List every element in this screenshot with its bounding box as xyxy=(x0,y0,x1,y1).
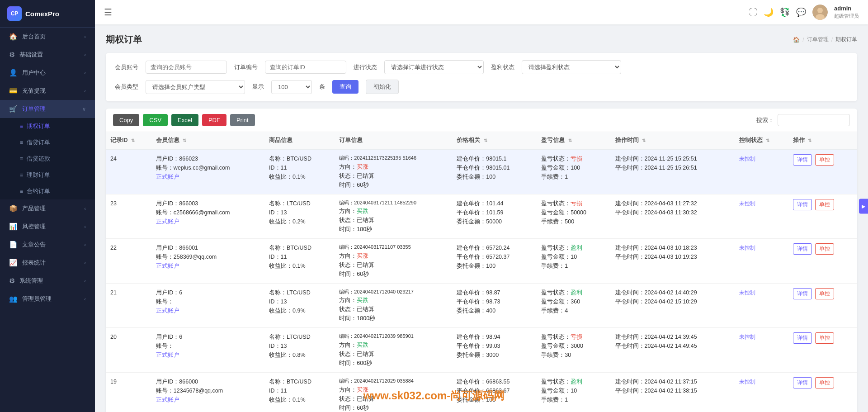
cell-pnl: 盈亏状态：盈利 盈亏金额：360 手续费：4 xyxy=(537,283,610,328)
hamburger-button[interactable]: ☰ xyxy=(104,7,112,18)
print-button[interactable]: Print xyxy=(230,114,255,126)
topbar-right: ⛶ 🌙 💱 💬 admin 超级管理员 xyxy=(749,5,859,20)
avatar[interactable] xyxy=(812,5,828,20)
admin-role: 超级管理员 xyxy=(834,13,859,19)
cell-actions: 详情 单控 xyxy=(788,283,857,328)
detail-button[interactable]: 详情 xyxy=(793,377,812,388)
query-button[interactable]: 查询 xyxy=(332,80,359,94)
table-row: 20 用户ID：6 账号： 正式账户 名称：LTC/USD ID：13 收益比：… xyxy=(106,328,857,373)
control-button[interactable]: 单控 xyxy=(815,154,834,166)
sidebar-item-report-stats[interactable]: 📈 报表统计 ‹ xyxy=(0,254,95,272)
cell-product: 名称：LTC/USD ID：13 收益比：0.9% xyxy=(264,283,335,328)
cell-actions: 详情 单控 xyxy=(788,194,857,239)
cell-price: 建仓单价：66863.55 平仓单价：66863.67 委托金额：100 xyxy=(452,372,537,412)
col-member-info: 会员信息 ⇅ xyxy=(151,132,264,149)
sidebar-item-system-management[interactable]: ⚙ 系统管理 ‹ xyxy=(0,272,95,290)
detail-button[interactable]: 详情 xyxy=(793,243,812,255)
sidebar-item-label: 产品管理 xyxy=(22,204,46,213)
report-icon: 📈 xyxy=(9,259,18,267)
page-header: 期权订单 🏠 / 订单管理 / 期权订单 xyxy=(106,33,857,46)
chevron-icon: ‹ xyxy=(84,224,86,229)
sidebar-item-label: 用户中心 xyxy=(22,69,46,77)
sidebar-item-order-management[interactable]: 🛒 订单管理 ∨ xyxy=(0,100,95,118)
cell-product: 名称：BTC/USD ID：11 收益比：0.1% xyxy=(264,372,335,412)
fullscreen-icon[interactable]: ⛶ xyxy=(749,8,757,17)
progress-status-select[interactable]: 请选择订单进行状态 进行中 已结算 xyxy=(384,60,484,74)
chevron-icon: ‹ xyxy=(84,88,86,94)
admin-icon: 👥 xyxy=(9,295,18,303)
chevron-icon: ‹ xyxy=(84,206,86,211)
reset-button[interactable]: 初始化 xyxy=(366,80,399,94)
member-type-label: 会员类型 xyxy=(115,83,138,91)
cell-control-status: 未控制 xyxy=(735,372,788,412)
display-count-select[interactable]: 100 50 200 xyxy=(271,80,312,94)
cell-time: 建仓时间：2024-04-02 14:39:45 平仓时间：2024-04-02… xyxy=(611,328,735,373)
cell-control-status: 未控制 xyxy=(735,328,788,373)
system-icon: ⚙ xyxy=(9,277,15,285)
cell-order: 编码：202404021712029 035884 方向：买涨 状态：已结算 时… xyxy=(335,372,452,412)
sidebar-item-dashboard[interactable]: 🏠 后台首页 › xyxy=(0,28,95,46)
control-button[interactable]: 单控 xyxy=(815,332,834,344)
content-area: 期权订单 🏠 / 订单管理 / 期权订单 会员账号 订单编号 进行状态 请选择订… xyxy=(95,24,868,412)
sidebar-item-basic-settings[interactable]: ⚙ 基础设置 ‹ xyxy=(0,46,95,64)
user-icon: 👤 xyxy=(9,69,18,77)
sidebar-item-article-notice[interactable]: 📄 文章公告 ‹ xyxy=(0,236,95,254)
display-label: 显示 xyxy=(252,83,264,91)
col-time: 操作时间 ⇅ xyxy=(611,132,735,149)
sidebar-logo: CP ComexPro xyxy=(0,0,95,28)
sidebar-item-loan-order[interactable]: 借贷订单 xyxy=(0,134,95,151)
excel-button[interactable]: Excel xyxy=(171,114,198,126)
sidebar-item-label: 后台首页 xyxy=(22,33,46,41)
cell-product: 名称：LTC/USD ID：13 收益比：0.2% xyxy=(264,194,335,239)
settings-icon: ⚙ xyxy=(9,51,15,59)
order-id-input[interactable] xyxy=(265,61,346,74)
detail-button[interactable]: 详情 xyxy=(793,288,812,299)
cell-id: 22 xyxy=(106,239,151,284)
control-button[interactable]: 单控 xyxy=(815,288,834,299)
control-button[interactable]: 单控 xyxy=(815,199,834,210)
sidebar-item-label: 管理员管理 xyxy=(22,295,52,303)
sidebar-item-contract-order[interactable]: 合约订单 xyxy=(0,183,95,199)
sidebar-item-finance-order[interactable]: 理财订单 xyxy=(0,167,95,183)
control-button[interactable]: 单控 xyxy=(815,377,834,388)
filter-row-2: 会员类型 请选择会员账户类型 正式账户 体验账户 显示 100 50 200 条… xyxy=(115,80,848,94)
dashboard-icon: 🏠 xyxy=(9,33,18,41)
article-icon: 📄 xyxy=(9,241,18,249)
detail-button[interactable]: 详情 xyxy=(793,199,812,210)
search-label: 搜索： xyxy=(756,116,774,124)
member-account-input[interactable] xyxy=(146,61,227,74)
sub-item-label: 期权订单 xyxy=(27,122,50,130)
sidebar-item-product-management[interactable]: 📦 产品管理 ‹ xyxy=(0,199,95,218)
cell-product: 名称：LTC/USD ID：13 收益比：0.8% xyxy=(264,328,335,373)
sub-item-label: 借贷还款 xyxy=(27,155,50,163)
cell-actions: 详情 单控 xyxy=(788,149,857,194)
sidebar-item-options-order[interactable]: 期权订单 xyxy=(0,118,95,134)
cell-id: 19 xyxy=(106,372,151,412)
order-sub-menu: 期权订单 借贷订单 借贷还款 理财订单 合约订单 xyxy=(0,118,95,199)
pdf-button[interactable]: PDF xyxy=(202,114,226,126)
search-input[interactable] xyxy=(778,114,850,126)
svg-point-1 xyxy=(817,8,823,13)
csv-button[interactable]: CSV xyxy=(143,114,168,126)
chevron-icon: ‹ xyxy=(84,278,86,284)
control-button[interactable]: 单控 xyxy=(815,243,834,255)
profit-status-select[interactable]: 请选择盈利状态 盈利 亏损 xyxy=(522,60,621,74)
copy-button[interactable]: Copy xyxy=(113,114,139,126)
theme-icon[interactable]: 🌙 xyxy=(764,7,774,17)
right-panel-tab[interactable]: ▶ xyxy=(859,199,868,213)
sidebar-item-user-center[interactable]: 👤 用户中心 ‹ xyxy=(0,64,95,82)
breadcrumb-current: 期权订单 xyxy=(835,36,857,43)
sidebar-item-label: 风控管理 xyxy=(22,223,46,231)
filter-section: 会员账号 订单编号 进行状态 请选择订单进行状态 进行中 已结算 盈利状态 请选… xyxy=(106,53,857,101)
sidebar-item-risk-management[interactable]: 📊 风控管理 ‹ xyxy=(0,218,95,236)
detail-button[interactable]: 详情 xyxy=(793,332,812,344)
notification-icon[interactable]: 💬 xyxy=(796,7,806,17)
cell-id: 24 xyxy=(106,149,151,194)
sidebar-item-recharge[interactable]: 💳 充值提现 ‹ xyxy=(0,82,95,100)
member-type-select[interactable]: 请选择会员账户类型 正式账户 体验账户 xyxy=(146,80,245,94)
currency-icon[interactable]: 💱 xyxy=(780,7,790,17)
sidebar-item-admin-management[interactable]: 👥 管理员管理 ‹ xyxy=(0,290,95,308)
chevron-icon: ‹ xyxy=(84,296,86,302)
sidebar-item-loan-repay[interactable]: 借贷还款 xyxy=(0,151,95,167)
detail-button[interactable]: 详情 xyxy=(793,154,812,166)
